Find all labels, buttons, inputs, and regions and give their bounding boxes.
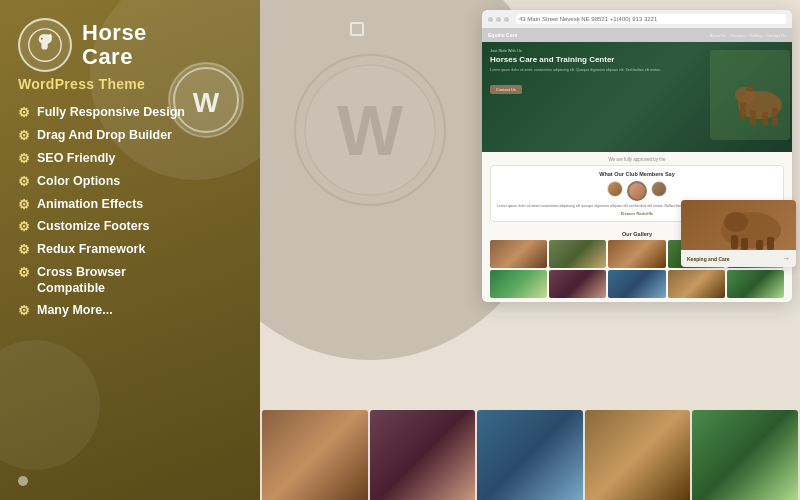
feature-redux: ⚙ Redux Framework [18,241,244,259]
bottom-photo-1 [262,410,368,500]
feature-label: Cross BrowserCompatible [37,264,126,297]
decorative-square [350,22,364,36]
gallery-item-3 [608,240,665,268]
feature-icon: ⚙ [18,128,30,145]
avatar-1 [607,181,623,197]
browser-dot-2 [496,17,501,22]
wp-big-logo: W [290,50,450,214]
feature-label: Drag And Drop Builder [37,127,172,143]
feature-label: Customize Footers [37,218,150,234]
svg-rect-20 [756,240,763,250]
brand-logo [18,18,72,72]
avatar-2 [627,181,647,201]
svg-point-1 [41,38,43,40]
svg-rect-14 [772,108,778,126]
bottom-photo-5 [692,410,798,500]
feature-icon: ⚙ [18,242,30,259]
svg-text:W: W [193,87,220,118]
gallery-item-1 [490,240,547,268]
browser-dot-3 [504,17,509,22]
browser-url: 43 Main Street Nevesk NE 98521 +1(400) 9… [516,14,786,24]
feature-crossbrowser: ⚙ Cross BrowserCompatible [18,264,244,297]
svg-point-17 [724,212,748,232]
feature-label: Many More... [37,302,113,318]
feature-icon: ⚙ [18,105,30,122]
care-card-footer: Keeping and Care → [681,250,796,267]
wordpress-logo: W [166,60,246,140]
bottom-photo-3 [477,410,583,500]
brand-text: Horse Care [82,21,147,69]
page-container: Horse Care WordPress Theme W ⚙ Fully Res… [0,0,800,500]
decorative-dot [18,476,28,486]
svg-rect-11 [740,102,746,120]
bottom-photo-2 [370,410,476,500]
nav-links: About Us Services Gallery Contact Us [710,33,786,38]
feature-label: Redux Framework [37,241,145,257]
feature-icon: ⚙ [18,174,30,191]
gallery-item-2 [549,240,606,268]
site-logo: Equine Care [488,32,517,38]
bottom-photo-4 [585,410,691,500]
care-card: Keeping and Care → [681,200,796,267]
feature-icon: ⚙ [18,197,30,214]
care-image-svg [681,200,796,250]
feature-seo: ⚙ SEO Friendly [18,150,244,168]
feature-icon: ⚙ [18,151,30,168]
features-list: ⚙ Fully Responsive Design ⚙ Drag And Dro… [18,104,244,486]
gallery-item-8 [608,270,665,298]
svg-rect-12 [750,110,756,126]
avatar-3 [651,181,667,197]
hero-horse-image [710,50,790,140]
feature-more: ⚙ Many More... [18,302,244,320]
feature-animation: ⚙ Animation Effects [18,196,244,214]
gallery-item-9 [668,270,725,298]
care-card-title: Keeping and Care [687,256,730,262]
site-nav: Equine Care About Us Services Gallery Co… [482,28,792,42]
browser-dot-1 [488,17,493,22]
svg-rect-18 [731,235,738,249]
browser-bar: 43 Main Street Nevesk NE 98521 +1(400) 9… [482,10,792,28]
gallery-item-6 [490,270,547,298]
nav-link-gallery: Gallery [750,33,763,38]
brand-name: Horse Care [82,21,147,69]
left-panel: Horse Care WordPress Theme W ⚙ Fully Res… [0,0,260,500]
feature-footer: ⚙ Customize Footers [18,218,244,236]
feature-icon: ⚙ [18,265,30,282]
svg-rect-19 [741,238,748,250]
nav-link-about: About Us [710,33,726,38]
horse-logo-svg [27,27,63,63]
svg-rect-13 [762,112,768,126]
feature-label: SEO Friendly [37,150,116,166]
avatars-row [497,181,777,201]
nav-link-contact: Contact Us [766,33,786,38]
care-card-image [681,200,796,250]
right-panel: W 43 Main Street Nevesk NE 98521 +1(400)… [260,0,800,500]
feature-label: Fully Responsive Design [37,104,185,120]
care-arrow-icon[interactable]: → [782,254,790,263]
svg-rect-21 [767,237,774,250]
feature-label: Color Options [37,173,120,189]
feature-label: Animation Effects [37,196,143,212]
feature-icon: ⚙ [18,219,30,236]
nav-link-services: Services [730,33,745,38]
wp-circle-logo: W [290,50,450,210]
section-subtitle: We are fully approved by the [490,157,784,162]
wordpress-logo-wrap: W [166,60,246,144]
hero-cta-button[interactable]: Contact Us [490,85,522,94]
bottom-photos-row [260,410,800,500]
gallery-item-10 [727,270,784,298]
testimonial-heading: What Our Club Members Say [497,171,777,177]
gallery-item-7 [549,270,606,298]
svg-text:W: W [337,92,403,170]
hero-section: Just Ride With Us Horses Care and Traini… [482,42,792,152]
feature-icon: ⚙ [18,303,30,320]
feature-color: ⚙ Color Options [18,173,244,191]
